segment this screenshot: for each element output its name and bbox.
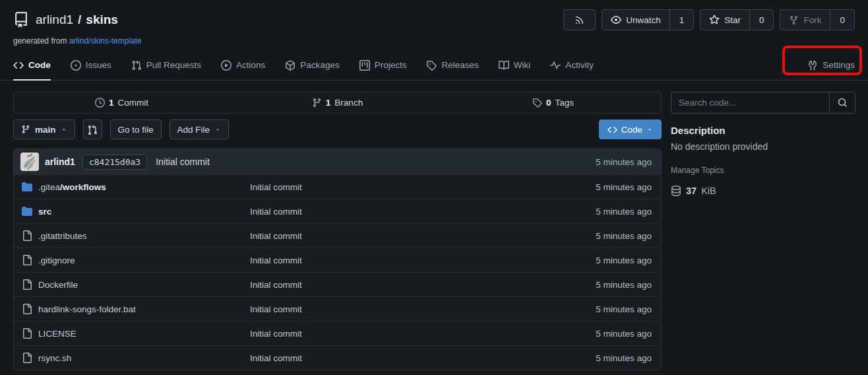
file-commit-time: 5 minutes ago: [596, 182, 653, 192]
branch-selector[interactable]: main: [13, 119, 75, 139]
file-icon: [22, 255, 32, 265]
go-to-file-button[interactable]: Go to file: [110, 119, 162, 139]
pulse-icon: [550, 60, 561, 71]
book-icon: [499, 60, 509, 71]
file-commit-message[interactable]: Initial commit: [250, 231, 596, 241]
git-branch-icon: [312, 98, 322, 108]
commit-time: 5 minutes ago: [596, 157, 654, 167]
fork-count[interactable]: 0: [830, 10, 854, 30]
chevron-down-icon: [61, 126, 67, 133]
table-row: .gitignore Initial commit 5 minutes ago: [14, 248, 661, 272]
latest-commit-row: arlind1 c84215d0a3 Initial commit 5 minu…: [14, 149, 661, 174]
star-count[interactable]: 0: [749, 10, 774, 30]
file-icon: [22, 328, 32, 339]
file-name-link[interactable]: Dockerfile: [32, 280, 250, 290]
tab-actions[interactable]: Actions: [221, 51, 265, 81]
file-commit-time: 5 minutes ago: [596, 353, 653, 363]
repo-tabs: Code Issues Pull Requests Actions Packag…: [0, 51, 868, 81]
file-icon: [22, 304, 32, 314]
rss-icon: [574, 15, 584, 25]
git-compare-icon: [88, 125, 98, 135]
star-label: Star: [724, 15, 741, 25]
star-button[interactable]: Star: [700, 10, 749, 30]
code-icon: [13, 60, 24, 71]
tab-wiki[interactable]: Wiki: [499, 51, 531, 81]
fork-button-group: Fork 0: [780, 9, 855, 30]
commit-hash[interactable]: c84215d0a3: [82, 154, 147, 170]
repo-stats-bar: 1 Commit 1 Branch 0 Tags: [13, 92, 662, 114]
tab-settings[interactable]: Settings: [807, 51, 855, 81]
code-download-dropdown[interactable]: Code: [599, 119, 662, 139]
table-row: .gitea/workflows Initial commit 5 minute…: [14, 174, 661, 199]
eye-icon: [611, 15, 621, 25]
file-commit-message[interactable]: Initial commit: [250, 182, 596, 192]
file-commit-message[interactable]: Initial commit: [250, 329, 596, 339]
file-name-link[interactable]: .gitignore: [32, 256, 250, 265]
file-name-link[interactable]: src: [32, 207, 250, 217]
clock-icon: [95, 98, 105, 108]
file-name-link[interactable]: hardlink-songs-folder.bat: [32, 304, 250, 314]
repo-owner-link[interactable]: arlind1: [36, 13, 73, 27]
description-text: No description provided: [671, 141, 855, 152]
generated-from: generated from arlind/skins-template: [13, 36, 855, 46]
add-file-dropdown[interactable]: Add File: [170, 119, 230, 139]
repo-icon: [13, 12, 29, 28]
watch-count[interactable]: 1: [669, 10, 694, 30]
repo-size-value: 37: [686, 186, 697, 196]
project-board-icon: [359, 60, 370, 71]
file-commit-message[interactable]: Initial commit: [250, 280, 596, 290]
file-commit-time: 5 minutes ago: [596, 256, 653, 265]
commits-stat[interactable]: 1 Commit: [14, 92, 230, 113]
file-name-link[interactable]: LICENSE: [32, 329, 250, 339]
file-table: arlind1 c84215d0a3 Initial commit 5 minu…: [13, 149, 662, 370]
tools-icon: [807, 60, 818, 71]
compare-branches-button[interactable]: [83, 119, 102, 139]
tab-releases[interactable]: Releases: [426, 51, 478, 81]
file-commit-time: 5 minutes ago: [596, 304, 653, 314]
repo-size: 37 KiB: [671, 186, 855, 196]
rss-button[interactable]: [563, 9, 596, 30]
table-row: LICENSE Initial commit 5 minutes ago: [14, 321, 661, 345]
file-commit-message[interactable]: Initial commit: [250, 256, 596, 265]
tab-issues[interactable]: Issues: [71, 51, 111, 81]
tab-pull-requests[interactable]: Pull Requests: [131, 51, 201, 81]
file-commit-time: 5 minutes ago: [596, 280, 653, 290]
page-title: arlind1 / skins: [36, 13, 118, 27]
code-search: [671, 92, 855, 114]
file-commit-time: 5 minutes ago: [596, 329, 653, 339]
tab-code[interactable]: Code: [13, 51, 51, 81]
fork-button[interactable]: Fork: [780, 10, 830, 30]
commit-author[interactable]: arlind1: [45, 156, 75, 167]
file-commit-message[interactable]: Initial commit: [250, 304, 596, 314]
tab-activity[interactable]: Activity: [550, 51, 594, 81]
repo-sidebar: Description No description provided Mana…: [671, 92, 855, 196]
table-row: hardlink-songs-folder.bat Initial commit…: [14, 296, 661, 321]
file-commit-message[interactable]: Initial commit: [250, 207, 596, 217]
table-row: src Initial commit 5 minutes ago: [14, 199, 661, 223]
commit-message[interactable]: Initial commit: [156, 156, 210, 167]
file-name-link[interactable]: .gitattributes: [32, 231, 250, 241]
search-button[interactable]: [829, 92, 855, 113]
fork-label: Fork: [803, 15, 821, 25]
package-icon: [285, 60, 295, 71]
code-icon: [607, 125, 617, 135]
tab-projects[interactable]: Projects: [359, 51, 407, 81]
tags-stat[interactable]: 0 Tags: [445, 92, 661, 113]
branches-stat[interactable]: 1 Branch: [230, 92, 445, 113]
file-commit-message[interactable]: Initial commit: [250, 353, 596, 363]
issue-icon: [71, 60, 81, 71]
search-input[interactable]: [671, 92, 829, 113]
tag-icon: [532, 98, 542, 108]
file-name-link[interactable]: rsync.sh: [32, 353, 250, 363]
repo-name-link[interactable]: skins: [86, 13, 118, 27]
manage-topics-link[interactable]: Manage Topics: [671, 166, 724, 175]
template-link[interactable]: arlind/skins-template: [69, 36, 142, 46]
tab-packages[interactable]: Packages: [285, 51, 339, 81]
file-name-link[interactable]: .gitea/workflows: [32, 182, 250, 192]
folder-icon: [22, 182, 32, 192]
chevron-down-icon: [646, 126, 653, 133]
unwatch-button[interactable]: Unwatch: [602, 10, 669, 30]
avatar[interactable]: [20, 153, 39, 171]
folder-icon: [22, 206, 32, 217]
star-button-group: Star 0: [700, 9, 774, 30]
